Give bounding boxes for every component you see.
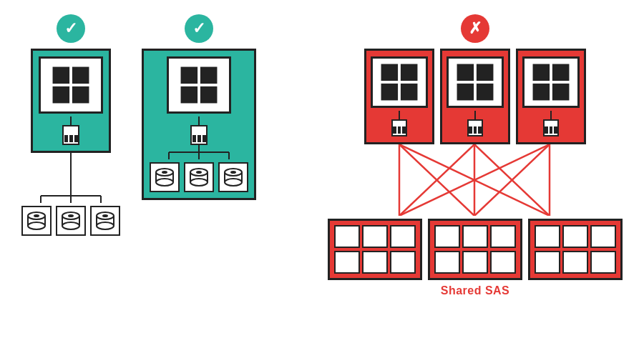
badge-check-2: ✓ (185, 14, 213, 43)
svg-point-48 (230, 171, 236, 174)
svg-rect-27 (181, 86, 198, 104)
disk-1-1 (21, 206, 52, 236)
branch-lines-2 (156, 145, 242, 159)
windows-logo-2 (179, 65, 219, 105)
s3-disk-1-5 (362, 251, 388, 274)
hba-3-3 (543, 111, 559, 136)
svg-point-14 (34, 214, 39, 217)
s3-server-3 (516, 49, 586, 144)
svg-rect-59 (533, 84, 550, 101)
disk-row-2 (150, 162, 248, 192)
svg-point-19 (68, 214, 74, 217)
disk-section-1 (21, 189, 120, 236)
server-block-1 (31, 49, 111, 153)
s3-server-2 (440, 49, 510, 144)
cross-lines-svg (364, 144, 587, 216)
branch-1 (28, 189, 114, 203)
branch-lines-1 (28, 189, 114, 203)
hba-2 (190, 116, 208, 145)
s3-disk-3-1 (535, 225, 560, 248)
svg-rect-60 (552, 84, 570, 101)
s3-server-1 (364, 49, 434, 144)
disk-group-3-1 (328, 219, 422, 280)
svg-point-35 (156, 179, 173, 186)
svg-point-21 (97, 222, 114, 229)
disk-row-1 (21, 206, 120, 236)
s3-disk-2-1 (434, 225, 460, 248)
disk-2-2 (184, 162, 214, 192)
svg-point-38 (162, 171, 167, 174)
s3-disk-1-4 (334, 251, 360, 274)
diagram-container: ✓ (0, 0, 644, 358)
s3-disk-2-5 (462, 251, 488, 274)
svg-rect-0 (53, 67, 70, 84)
svg-rect-53 (457, 64, 474, 81)
badge-check-1: ✓ (57, 14, 85, 43)
s3-disk-3-2 (562, 225, 588, 248)
badge-cross-3: ✗ (461, 14, 489, 43)
svg-point-45 (225, 179, 242, 186)
svg-point-11 (28, 222, 45, 229)
svg-rect-50 (401, 64, 418, 81)
svg-point-40 (190, 179, 208, 186)
disk-icon-2-1 (154, 166, 175, 188)
svg-rect-58 (552, 64, 570, 81)
disk-icon-2-2 (188, 166, 210, 188)
svg-rect-25 (181, 67, 198, 84)
svg-rect-52 (401, 84, 418, 101)
svg-rect-28 (200, 86, 218, 104)
svg-rect-49 (381, 64, 399, 81)
disk-1-3 (90, 206, 120, 236)
s3-disk-2-6 (490, 251, 516, 274)
disk-icon-1-3 (94, 210, 116, 232)
s3-disk-1-1 (334, 225, 360, 248)
svg-rect-26 (200, 67, 218, 84)
hba-3-2 (467, 111, 483, 136)
svg-point-24 (102, 214, 108, 217)
s3-disk-2-3 (490, 225, 516, 248)
svg-point-16 (62, 222, 79, 229)
svg-rect-3 (72, 86, 89, 104)
s3-disk-1-3 (390, 225, 416, 248)
hba-1 (62, 116, 79, 145)
svg-rect-55 (457, 84, 474, 101)
server-block-2 (142, 49, 256, 200)
s3-disk-3-4 (535, 251, 560, 274)
s3-disk-1-2 (362, 225, 388, 248)
svg-rect-2 (53, 86, 70, 104)
scenario-2: ✓ (142, 14, 256, 200)
svg-rect-56 (477, 84, 494, 101)
windows-logo-1 (51, 65, 91, 105)
s3-servers-row (364, 49, 586, 144)
svg-point-43 (196, 171, 202, 174)
s3-disk-2-4 (434, 251, 460, 274)
disk-icon-1-2 (60, 210, 82, 232)
s3-disk-3-3 (590, 225, 616, 248)
disk-group-3-3 (528, 219, 623, 280)
s3-disk-1-6 (390, 251, 416, 274)
cross-connections (364, 144, 587, 219)
disk-icon-2-3 (223, 166, 244, 188)
windows-box-1 (39, 56, 103, 114)
scenario-3: ✗ (328, 14, 623, 297)
scenario-1: ✓ (21, 14, 120, 236)
s3-disk-3-6 (590, 251, 616, 274)
svg-rect-1 (72, 67, 89, 84)
shared-sas-label: Shared SAS (441, 284, 510, 297)
windows-logo-3-1 (379, 62, 419, 102)
hba-3-1 (391, 111, 407, 136)
svg-rect-10 (28, 216, 45, 226)
disk-group-3-2 (428, 219, 522, 280)
windows-logo-3-3 (531, 62, 571, 102)
connector-1 (70, 153, 72, 189)
windows-logo-3-2 (455, 62, 495, 102)
svg-rect-51 (381, 84, 399, 101)
svg-rect-57 (533, 64, 550, 81)
disk-icon-1-1 (26, 210, 47, 232)
windows-box-2 (167, 56, 231, 114)
disk-1-2 (56, 206, 86, 236)
windows-box-3-3 (522, 56, 580, 108)
s3-disk-groups (328, 219, 623, 280)
disk-2-1 (150, 162, 180, 192)
svg-rect-54 (477, 64, 494, 81)
